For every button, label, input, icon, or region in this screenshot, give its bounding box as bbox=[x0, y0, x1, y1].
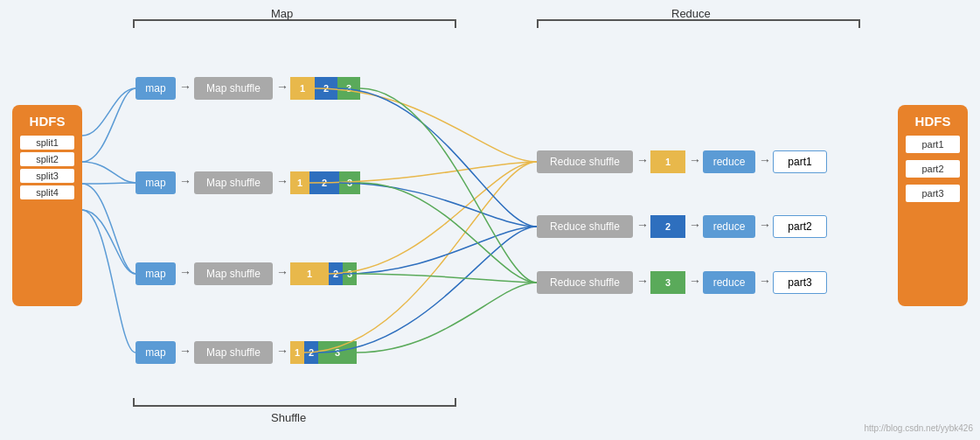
seg-row3-1: 1 bbox=[290, 262, 329, 285]
arrow-shuffle2-segs2: → bbox=[276, 174, 288, 188]
arrow-reduce3-part3: → bbox=[759, 274, 771, 288]
arrow-shuffle1-segs1: → bbox=[276, 80, 288, 94]
seg-row4-3: 3 bbox=[318, 341, 357, 364]
arrow-map4-shuffle4: → bbox=[179, 344, 191, 358]
split3: split3 bbox=[20, 169, 74, 183]
seg-row1-1: 1 bbox=[290, 77, 315, 100]
reduce-shuffle-box-1: Reduce shuffle bbox=[537, 150, 633, 173]
map-box-3: map bbox=[136, 262, 176, 285]
reduce-seg-1: 1 bbox=[650, 150, 685, 173]
reduce-seg-2: 2 bbox=[650, 215, 685, 238]
partition-row2: 1 2 3 bbox=[290, 171, 360, 194]
split1: split1 bbox=[20, 136, 74, 150]
partition-row1: 1 2 3 bbox=[290, 77, 360, 100]
hdfs-left-title: HDFS bbox=[30, 114, 66, 129]
seg-row4-1: 1 bbox=[290, 341, 304, 364]
map-box-2: map bbox=[136, 171, 176, 194]
seg-row2-1: 1 bbox=[290, 171, 309, 194]
map-shuffle-box-2: Map shuffle bbox=[194, 171, 273, 194]
shuffle-label: Shuffle bbox=[271, 411, 306, 424]
hdfs-left: HDFS split1 split2 split3 split4 bbox=[12, 105, 82, 306]
reduce-seg-3: 3 bbox=[650, 271, 685, 294]
part-box-1: part1 bbox=[773, 150, 827, 173]
arrow-seg1-reduce1: → bbox=[689, 153, 701, 167]
hdfs-right-title: HDFS bbox=[915, 114, 951, 129]
part1: part1 bbox=[906, 136, 960, 153]
seg-row1-2: 2 bbox=[315, 77, 337, 100]
arrow-seg2-reduce2: → bbox=[689, 218, 701, 232]
reduce-box-2: reduce bbox=[703, 215, 755, 238]
reduce-label: Reduce bbox=[671, 7, 711, 20]
seg-row3-2: 2 bbox=[329, 262, 343, 285]
arrow-shuffle4-segs4: → bbox=[276, 344, 288, 358]
part2: part2 bbox=[906, 160, 960, 178]
part-box-3: part3 bbox=[773, 271, 827, 294]
map-shuffle-box-3: Map shuffle bbox=[194, 262, 273, 285]
arrow-rs3-seg3: → bbox=[636, 274, 649, 288]
arrow-map2-shuffle2: → bbox=[179, 174, 191, 188]
arrow-rs1-seg1: → bbox=[636, 153, 649, 167]
reduce-shuffle-box-2: Reduce shuffle bbox=[537, 215, 633, 238]
map-shuffle-box-4: Map shuffle bbox=[194, 341, 273, 364]
map-box-4: map bbox=[136, 341, 176, 364]
seg-row2-2: 2 bbox=[309, 171, 339, 194]
map-shuffle-box-1: Map shuffle bbox=[194, 77, 273, 100]
split4: split4 bbox=[20, 185, 74, 199]
hdfs-right: HDFS part1 part2 part3 bbox=[898, 105, 968, 306]
watermark: http://blog.csdn.net/yybk426 bbox=[864, 423, 973, 433]
part3: part3 bbox=[906, 185, 960, 202]
seg-row2-3: 3 bbox=[339, 171, 360, 194]
arrow-rs2-seg2: → bbox=[636, 218, 649, 232]
seg-row1-3: 3 bbox=[337, 77, 360, 100]
arrow-reduce2-part2: → bbox=[759, 218, 771, 232]
seg-row3-3: 3 bbox=[343, 262, 357, 285]
arrow-map1-shuffle1: → bbox=[179, 80, 191, 94]
partition-row4: 1 2 3 bbox=[290, 341, 357, 364]
partition-row3: 1 2 3 bbox=[290, 262, 357, 285]
map-brace bbox=[133, 19, 456, 28]
arrow-reduce1-part1: → bbox=[759, 153, 771, 167]
svg-lines bbox=[0, 0, 980, 440]
map-label: Map bbox=[271, 7, 293, 20]
shuffle-brace bbox=[133, 398, 456, 407]
split2: split2 bbox=[20, 152, 74, 166]
seg-row4-2: 2 bbox=[304, 341, 318, 364]
map-box-1: map bbox=[136, 77, 176, 100]
reduce-box-3: reduce bbox=[703, 271, 755, 294]
arrow-shuffle3-segs3: → bbox=[276, 265, 288, 279]
reduce-shuffle-box-3: Reduce shuffle bbox=[537, 271, 633, 294]
reduce-brace bbox=[537, 19, 860, 28]
part-box-2: part2 bbox=[773, 215, 827, 238]
arrow-map3-shuffle3: → bbox=[179, 265, 191, 279]
reduce-box-1: reduce bbox=[703, 150, 755, 173]
diagram-container: HDFS split1 split2 split3 split4 HDFS pa… bbox=[0, 0, 980, 440]
arrow-seg3-reduce3: → bbox=[689, 274, 701, 288]
